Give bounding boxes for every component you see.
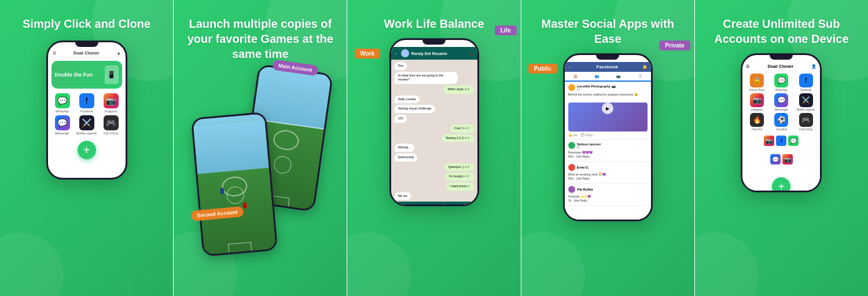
post-header-2: Stefano Iannoni 1d xyxy=(568,142,648,149)
p5-mobilelegends[interactable]: ⚔️ Mobile Legends xyxy=(795,93,817,111)
p5-whatsapp-label: WhatsApp xyxy=(775,89,788,92)
attach-tab[interactable]: 📎 xyxy=(443,204,449,206)
p5-app-name: Dual Cloner xyxy=(767,64,793,69)
facebook-label: Facebook xyxy=(80,109,93,113)
msg-3: 5PM I think ✓✓ xyxy=(444,86,473,94)
p5-app-grid: 🔒 Privacy Place 💬 WhatsApp f Facebook 📷 … xyxy=(742,71,820,133)
private-badge: Private xyxy=(659,41,690,50)
app-mobilelegends[interactable]: ⚔️ Mobile Legends xyxy=(76,115,98,135)
instagram-icon: 📷 xyxy=(104,93,119,108)
fun-banner: Double the Fun 📱 xyxy=(52,61,122,89)
msg-1: Hey xyxy=(395,62,407,70)
post-author-2: Stefano Iannoni xyxy=(577,142,601,146)
fb-friends-tab[interactable]: 👥 xyxy=(586,72,608,81)
phone-mockup-5: ☰ Dual Cloner 👤 🔒 Privacy Place 💬 WhatsA… xyxy=(741,53,822,192)
menu-icon: ☰ xyxy=(53,51,56,56)
panel-5: Create Unlimited Sub Accounts on one Dev… xyxy=(695,0,868,296)
post-avatar-1 xyxy=(568,84,575,91)
play-button[interactable]: ▶ xyxy=(602,103,613,114)
whatsapp-icon: 💬 xyxy=(55,93,70,108)
funnel-instagram: 📷 xyxy=(764,136,774,146)
post-actions-1: 👍 Like 💬 Reply xyxy=(568,133,648,137)
phone-notch-3 xyxy=(422,40,446,45)
p5-messenger-label: Messenger xyxy=(775,108,788,111)
instagram-label: Instagram xyxy=(104,109,117,113)
post-text-3: What an amazing view! 🌅💜53m · Like Reply xyxy=(568,173,648,181)
p5-cod[interactable]: 🎮 Call of Duty xyxy=(795,113,817,131)
like-action[interactable]: 👍 Like xyxy=(568,133,578,137)
banner-text: Double the Fun xyxy=(55,72,93,78)
msg-14: Me too xyxy=(395,192,411,200)
p5-facebook[interactable]: f Facebook xyxy=(795,74,817,92)
msg-11: Qwertyui :) ✓✓ xyxy=(444,163,473,171)
app-messenger[interactable]: 💬 Messenger xyxy=(52,115,73,135)
funnel-icons: 📷 f 💬 💬 📷 xyxy=(764,136,799,171)
fb-watch-tab[interactable]: 📺 xyxy=(608,72,629,81)
app-instagram[interactable]: 📷 Instagram xyxy=(100,93,122,113)
p5-ff-icon: 🔥 xyxy=(750,113,764,127)
phone-mockup-3: ← Randy Del Rosario 📞 Hey At what time a… xyxy=(389,38,479,206)
emoji-tab[interactable]: 😊 xyxy=(399,204,405,206)
add-button-5[interactable]: + xyxy=(772,177,790,192)
fb-menu-tab[interactable]: ☰ xyxy=(629,72,650,81)
call-icon[interactable]: 📞 xyxy=(468,51,474,56)
p5-whatsapp[interactable]: 💬 WhatsApp xyxy=(770,74,793,92)
post-image-1: ▶ xyxy=(568,103,648,131)
fb-back: ← xyxy=(568,65,572,69)
post-author-3: Ernie G. xyxy=(577,166,589,169)
p5-ef-icon: ⚽ xyxy=(774,113,788,127)
p5-efootball[interactable]: ⚽ eFootball xyxy=(770,113,793,131)
p5-freefire[interactable]: 🔥 Free Fire xyxy=(745,113,768,131)
funnel-whatsapp: 💬 xyxy=(788,136,799,146)
post-avatar-2 xyxy=(568,142,575,149)
app-facebook[interactable]: f Facebook xyxy=(76,93,98,113)
msg-7: Cool :) ✓✓ xyxy=(451,125,474,133)
p5-instagram[interactable]: 📷 Instagram xyxy=(745,93,768,111)
p5-cod-label: Call of Duty xyxy=(799,128,812,131)
post-avatar-4 xyxy=(568,186,575,193)
p5-menu-icon: ☰ xyxy=(746,64,749,69)
messenger-label: Messenger xyxy=(55,131,69,135)
msg-12: I'm hungry ✓✓ xyxy=(445,173,473,181)
fb-notifications[interactable]: 🔔 xyxy=(642,65,648,70)
wifi-icon: ▲ xyxy=(117,51,121,55)
social-screen: ← Facebook 🔔 🏠 👥 📺 ☰ Lensidfit xyxy=(565,62,651,221)
app-title: Dual Cloner xyxy=(73,50,100,56)
phone-notch xyxy=(75,42,98,47)
public-badge: Public xyxy=(528,64,557,74)
panel-3-title: Work Life Balance xyxy=(384,16,484,31)
back-arrow: ← xyxy=(395,52,399,56)
p5-messenger[interactable]: 💬 Messenger xyxy=(770,93,793,111)
p5-privacy[interactable]: 🔒 Privacy Place xyxy=(745,74,768,92)
keyboard-tab[interactable]: ⌨️ xyxy=(421,204,427,206)
panel-2: Launch multiple copies of your favorite … xyxy=(174,0,347,296)
fb-title: Facebook xyxy=(597,64,618,70)
post-header-1: Lensidfit Photography 📷 1d xyxy=(568,84,648,91)
funnel-row-1: 📷 f 💬 xyxy=(764,136,799,146)
app-callofduty[interactable]: 🎮 Call of Duty xyxy=(100,115,122,135)
whatsapp-label: WhatsApp xyxy=(56,109,69,113)
p5-ml-icon: ⚔️ xyxy=(799,93,813,107)
p5-account-icon: 👤 xyxy=(811,64,816,69)
app-grid-1: 💬 WhatsApp f Facebook 📷 Instagram 💬 Mess… xyxy=(48,91,126,137)
p5-ff-label: Free Fire xyxy=(752,128,762,131)
chat-screen: ← Randy Del Rosario 📞 Hey At what time a… xyxy=(391,47,477,206)
p5-facebook-icon: f xyxy=(799,74,813,87)
msg-8: Testing 1,2,3 ✓✓ xyxy=(442,134,474,142)
mobilelegends-icon: ⚔️ xyxy=(79,115,94,130)
add-button[interactable]: + xyxy=(78,141,96,159)
phone-mockup-1: ☰ Dual Cloner ▲ Double the Fun 📱 💬 Whats… xyxy=(46,41,127,180)
send-tab[interactable]: ➤ xyxy=(465,204,469,206)
p5-facebook-label: Facebook xyxy=(800,89,812,92)
mobilelegends-label: Mobile Legends xyxy=(76,131,97,135)
comment-action[interactable]: 💬 Reply xyxy=(581,133,593,137)
fb-home-tab[interactable]: 🏠 xyxy=(565,72,586,82)
social-header: ← Facebook 🔔 xyxy=(565,62,651,72)
panel-3: Work Life Balance Work Life ← Randy Del … xyxy=(347,0,520,296)
social-post-3: Ernie G. What an amazing view! 🌅💜53m · L… xyxy=(565,162,651,184)
chat-tab-bar: 😊 ⌨️ 📎 ➤ xyxy=(391,202,477,206)
privacy-label: Privacy Place xyxy=(749,89,764,92)
app-whatsapp[interactable]: 💬 WhatsApp xyxy=(52,93,73,113)
msg-13: I want pizza ✓ xyxy=(446,182,474,191)
contact-name: Randy Del Rosario xyxy=(411,52,447,56)
